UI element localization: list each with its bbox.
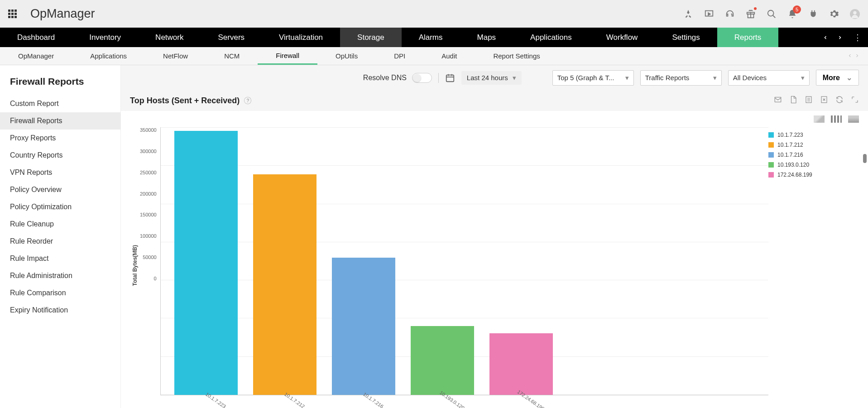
- bar-10.1.7.216[interactable]: [332, 258, 395, 395]
- line-chart-icon[interactable]: [814, 115, 825, 123]
- sub-nav-oputils[interactable]: OpUtils: [317, 47, 376, 65]
- main-nav-reports[interactable]: Reports: [717, 28, 779, 47]
- sub-nav-report-settings[interactable]: Report Settings: [475, 47, 558, 65]
- bell-icon[interactable]: 5: [787, 9, 797, 19]
- top-header-right: 5: [683, 9, 860, 19]
- nav-next-icon[interactable]: [833, 28, 847, 47]
- main-nav-network[interactable]: Network: [138, 28, 201, 47]
- notification-badge: 5: [793, 5, 801, 14]
- main-nav-alarms[interactable]: Alarms: [402, 28, 460, 47]
- legend-item[interactable]: 10.1.7.223: [768, 132, 859, 138]
- sub-nav-ncm[interactable]: NCM: [206, 47, 258, 65]
- avatar-icon[interactable]: [850, 9, 860, 19]
- csv-icon[interactable]: [805, 96, 813, 106]
- main-nav-workflow[interactable]: Workflow: [589, 28, 655, 47]
- sidebar-item-custom-report[interactable]: Custom Report: [0, 95, 120, 112]
- sub-nav-arrows: [847, 47, 868, 65]
- scrollbar-handle[interactable]: [863, 154, 867, 163]
- main-nav-applications[interactable]: Applications: [513, 28, 589, 47]
- sub-nav-netflow[interactable]: NetFlow: [145, 47, 206, 65]
- search-icon[interactable]: [767, 9, 777, 19]
- sidebar-item-rule-comparison[interactable]: Rule Comparison: [0, 284, 120, 302]
- main-nav-storage[interactable]: Storage: [340, 28, 402, 47]
- legend-item[interactable]: 10.1.7.216: [768, 152, 859, 158]
- main-nav-maps[interactable]: Maps: [460, 28, 513, 47]
- calendar-icon[interactable]: [445, 73, 455, 83]
- subnav-next-icon[interactable]: [854, 52, 860, 60]
- chart-plot: Total Bytes(MB) 350000300000250000200000…: [130, 127, 768, 403]
- nav-prev-icon[interactable]: [818, 28, 833, 47]
- area-chart-icon[interactable]: [848, 115, 859, 123]
- presentation-icon[interactable]: [704, 9, 714, 19]
- main-nav-dashboard[interactable]: Dashboard: [0, 28, 72, 47]
- sidebar-title: Firewall Reports: [0, 65, 120, 95]
- y-axis: 3500003000002500002000001500001000005000…: [140, 127, 160, 281]
- toolbar: Resolve DNS Last 24 hours ▾ Top 5 (Graph…: [121, 65, 868, 90]
- bar-10.193.0.120[interactable]: [411, 326, 474, 395]
- expand-icon[interactable]: [851, 96, 859, 106]
- sidebar-item-proxy-reports[interactable]: Proxy Reports: [0, 130, 120, 147]
- nav-kebab-icon[interactable]: ⋮: [847, 28, 868, 47]
- legend-item[interactable]: 10.1.7.212: [768, 142, 859, 148]
- sub-nav-applications[interactable]: Applications: [72, 47, 145, 65]
- chart-legend: 10.1.7.22310.1.7.21210.1.7.21610.193.0.1…: [768, 127, 859, 403]
- app-grid-icon[interactable]: [8, 10, 17, 18]
- sub-nav-firewall[interactable]: Firewall: [258, 47, 317, 65]
- sidebar-item-rule-cleanup[interactable]: Rule Cleanup: [0, 216, 120, 233]
- sub-nav-opmanager[interactable]: OpManager: [0, 47, 72, 65]
- bar-10.1.7.212[interactable]: [253, 174, 317, 395]
- headset-icon[interactable]: [725, 9, 735, 19]
- report-type-select[interactable]: Traffic Reports▾: [640, 70, 722, 86]
- chart-title: Top Hosts (Sent + Received): [130, 96, 240, 106]
- sidebar-item-policy-optimization[interactable]: Policy Optimization: [0, 198, 120, 216]
- chart-type-selector: [121, 111, 868, 127]
- chart-header: Top Hosts (Sent + Received) ?: [121, 90, 868, 111]
- pdf-icon[interactable]: [789, 96, 797, 106]
- sidebar-item-rule-administration[interactable]: Rule Administration: [0, 267, 120, 284]
- xls-icon[interactable]: [820, 96, 828, 106]
- top-header-left: OpManager: [8, 7, 95, 21]
- gift-icon[interactable]: [746, 9, 756, 19]
- svg-rect-7: [775, 97, 781, 102]
- resolve-dns-toggle[interactable]: [412, 73, 432, 83]
- device-select[interactable]: All Devices▾: [728, 70, 810, 86]
- sub-nav-audit[interactable]: Audit: [423, 47, 475, 65]
- more-button[interactable]: More⌄: [816, 70, 859, 86]
- legend-item[interactable]: 172.24.68.199: [768, 172, 859, 178]
- plot-area: [160, 127, 768, 395]
- main-nav-servers[interactable]: Servers: [201, 28, 262, 47]
- sidebar-item-firewall-reports[interactable]: Firewall Reports: [0, 112, 120, 130]
- sidebar-item-country-reports[interactable]: Country Reports: [0, 147, 120, 164]
- mail-icon[interactable]: [774, 96, 782, 106]
- svg-rect-6: [446, 75, 454, 82]
- rocket-icon[interactable]: [683, 9, 693, 19]
- gear-icon[interactable]: [829, 9, 839, 19]
- resolve-dns-control: Resolve DNS: [363, 73, 432, 83]
- main-nav-settings[interactable]: Settings: [655, 28, 717, 47]
- main-nav-virtualization[interactable]: Virtualization: [262, 28, 340, 47]
- subnav-prev-icon[interactable]: [847, 52, 853, 60]
- sidebar-item-vpn-reports[interactable]: VPN Reports: [0, 164, 120, 181]
- chart-actions: [774, 96, 859, 106]
- main-content: Resolve DNS Last 24 hours ▾ Top 5 (Graph…: [121, 65, 868, 408]
- sidebar-item-rule-impact[interactable]: Rule Impact: [0, 250, 120, 267]
- resolve-dns-label: Resolve DNS: [363, 74, 407, 82]
- bar-172.24.68.199[interactable]: [489, 333, 553, 395]
- sub-nav-dpi[interactable]: DPI: [376, 47, 423, 65]
- top-header: OpManager 5: [0, 0, 868, 28]
- topn-select[interactable]: Top 5 (Graph & T...▾: [552, 70, 634, 86]
- main-nav: DashboardInventoryNetworkServersVirtuali…: [0, 28, 868, 47]
- bar-chart-icon[interactable]: [831, 115, 842, 123]
- legend-item[interactable]: 10.193.0.120: [768, 162, 859, 168]
- body-area: Firewall Reports Custom ReportFirewall R…: [0, 65, 868, 408]
- time-range-dropdown[interactable]: Last 24 hours ▾: [461, 71, 522, 85]
- bar-10.1.7.223[interactable]: [174, 131, 238, 395]
- app-title: OpManager: [30, 7, 95, 21]
- main-nav-inventory[interactable]: Inventory: [72, 28, 138, 47]
- plug-icon[interactable]: [808, 9, 818, 19]
- sidebar-item-rule-reorder[interactable]: Rule Reorder: [0, 233, 120, 250]
- refresh-icon[interactable]: [835, 96, 844, 106]
- sidebar-item-expiry-notification[interactable]: Expiry Notification: [0, 302, 120, 319]
- sidebar-item-policy-overview[interactable]: Policy Overview: [0, 181, 120, 198]
- help-icon[interactable]: ?: [244, 97, 251, 104]
